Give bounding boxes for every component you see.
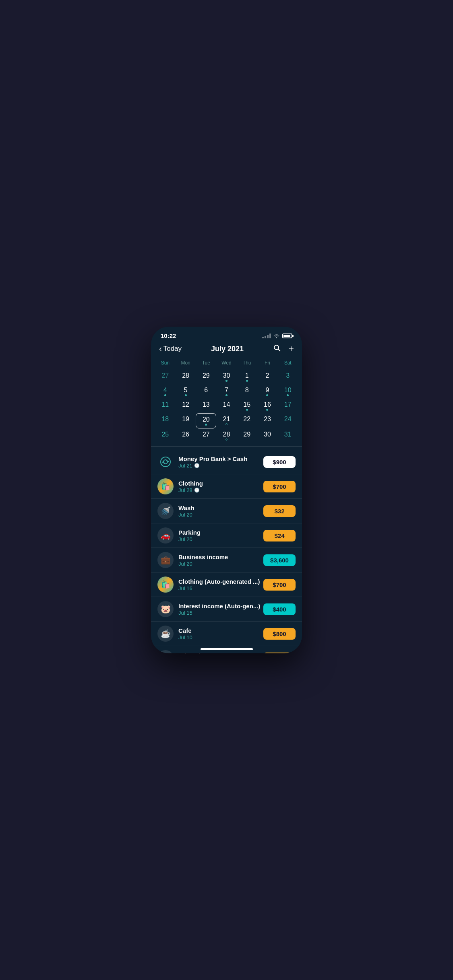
parking-icon: 🚗 <box>157 527 174 544</box>
interest-icon: 🐷 <box>157 601 174 617</box>
wash-name: Wash <box>178 504 263 511</box>
cal-dot <box>164 394 166 396</box>
education-name: Education <box>178 652 263 654</box>
cal-day-22[interactable]: 22 <box>237 413 257 428</box>
back-label: Today <box>163 345 182 353</box>
transaction-item[interactable]: 🐷Interest income (Auto-gen...)Jul 15$400 <box>151 597 302 622</box>
calendar: Sun Mon Tue Wed Thu Fri Sat 272829301234… <box>151 358 302 443</box>
transaction-item[interactable]: 🚗ParkingJul 20$24 <box>151 523 302 548</box>
cal-day-2[interactable]: 2 <box>257 370 278 384</box>
cal-dot <box>225 380 228 382</box>
cal-day-6[interactable]: 6 <box>196 384 216 399</box>
cal-day-13[interactable]: 13 <box>196 399 216 413</box>
svg-line-1 <box>278 349 280 351</box>
day-fri: Fri <box>257 358 278 367</box>
cal-dot <box>246 409 248 411</box>
clothing1-clock-icon: 🕐 <box>194 488 200 493</box>
cal-day-25[interactable]: 25 <box>155 428 176 443</box>
transaction-item[interactable]: 🛍️Clothing (Auto-generated ...)Jul 16$70… <box>151 572 302 597</box>
cal-day-11[interactable]: 11 <box>155 399 176 413</box>
cal-day-28[interactable]: 28 <box>216 428 237 443</box>
transaction-item[interactable]: ☕CafeJul 10$800 <box>151 622 302 646</box>
add-button[interactable]: + <box>288 343 294 354</box>
wash-icon: 🚿 <box>157 503 174 519</box>
transfer-name: Money Pro Bank > Cash <box>178 455 263 462</box>
transactions-list[interactable]: Money Pro Bank > CashJul 21 🕐$900🛍️Cloth… <box>151 450 302 653</box>
parking-info: ParkingJul 20 <box>178 529 263 542</box>
phone-frame: 10:22 ‹ Today July 2021 <box>151 327 302 653</box>
search-button[interactable] <box>273 344 281 354</box>
cal-day-7[interactable]: 7 <box>216 384 237 399</box>
business-info: Business incomeJul 20 <box>178 554 263 567</box>
cafe-icon: ☕ <box>157 626 174 642</box>
clothing2-name: Clothing (Auto-generated ...) <box>178 578 263 585</box>
cal-day-3[interactable]: 3 <box>277 370 298 384</box>
cal-day-26[interactable]: 26 <box>176 428 196 443</box>
cal-day-29[interactable]: 29 <box>237 428 257 443</box>
clothing1-info: ClothingJul 28 🕐 <box>178 480 263 493</box>
cafe-date: Jul 10 <box>178 634 263 640</box>
day-tue: Tue <box>196 358 216 367</box>
cal-day-5[interactable]: 5 <box>176 384 196 399</box>
transfer-amount: $900 <box>263 456 296 468</box>
cal-day-16[interactable]: 16 <box>257 399 278 413</box>
cal-day-31[interactable]: 31 <box>277 428 298 443</box>
wash-info: WashJul 20 <box>178 504 263 518</box>
transaction-item[interactable]: 🛍️ClothingJul 28 🕐$700 <box>151 474 302 499</box>
cal-dot <box>205 424 207 426</box>
cal-day-8[interactable]: 8 <box>237 384 257 399</box>
interest-date: Jul 15 <box>178 610 263 616</box>
cal-day-21[interactable]: 21 <box>216 413 237 428</box>
clothing1-date: Jul 28 🕐 <box>178 487 263 493</box>
cal-day-30[interactable]: 30 <box>216 370 237 384</box>
cal-day-14[interactable]: 14 <box>216 399 237 413</box>
cal-day-27[interactable]: 27 <box>155 370 176 384</box>
education-amount: $1,000 <box>263 653 296 654</box>
transaction-item[interactable]: Money Pro Bank > CashJul 21 🕐$900 <box>151 450 302 474</box>
cal-day-17[interactable]: 17 <box>277 399 298 413</box>
cal-dot <box>246 380 248 382</box>
wifi-icon <box>273 334 280 338</box>
cal-day-4[interactable]: 4 <box>155 384 176 399</box>
day-sat: Sat <box>277 358 298 367</box>
clothing2-date: Jul 16 <box>178 585 263 591</box>
svg-point-0 <box>274 345 279 350</box>
cal-day-28[interactable]: 28 <box>176 370 196 384</box>
cal-day-24[interactable]: 24 <box>277 413 298 428</box>
day-mon: Mon <box>176 358 196 367</box>
cal-day-29[interactable]: 29 <box>196 370 216 384</box>
cal-day-19[interactable]: 19 <box>176 413 196 428</box>
svg-point-2 <box>161 457 170 467</box>
cal-dot <box>266 394 268 396</box>
cal-day-30[interactable]: 30 <box>257 428 278 443</box>
interest-amount: $400 <box>263 603 296 615</box>
cafe-amount: $800 <box>263 628 296 640</box>
cal-day-1[interactable]: 1 <box>237 370 257 384</box>
cal-day-23[interactable]: 23 <box>257 413 278 428</box>
signal-icon <box>262 334 271 338</box>
status-bar: 10:22 <box>151 327 302 342</box>
transaction-item[interactable]: 🚿WashJul 20$32 <box>151 499 302 523</box>
cal-dot <box>185 394 187 396</box>
cal-day-12[interactable]: 12 <box>176 399 196 413</box>
transfer-icon <box>157 454 174 470</box>
cal-day-18[interactable]: 18 <box>155 413 176 428</box>
transfer-date: Jul 21 🕐 <box>178 463 263 469</box>
cal-dot <box>287 394 289 396</box>
back-button[interactable]: ‹ Today <box>159 345 182 353</box>
parking-name: Parking <box>178 529 263 536</box>
calendar-day-names: Sun Mon Tue Wed Thu Fri Sat <box>155 358 298 367</box>
parking-date: Jul 20 <box>178 536 263 542</box>
nav-actions: + <box>273 343 294 354</box>
cafe-info: CafeJul 10 <box>178 627 263 640</box>
status-icons <box>262 334 292 338</box>
transaction-item[interactable]: 💼Business incomeJul 20$3,600 <box>151 548 302 572</box>
cal-day-9[interactable]: 9 <box>257 384 278 399</box>
cal-day-20[interactable]: 20 <box>196 413 216 428</box>
cal-day-10[interactable]: 10 <box>277 384 298 399</box>
nav-header: ‹ Today July 2021 + <box>151 342 302 358</box>
education-info: EducationJul 9 <box>178 652 263 654</box>
cal-dot-empty <box>225 423 228 425</box>
cal-day-27[interactable]: 27 <box>196 428 216 443</box>
cal-day-15[interactable]: 15 <box>237 399 257 413</box>
